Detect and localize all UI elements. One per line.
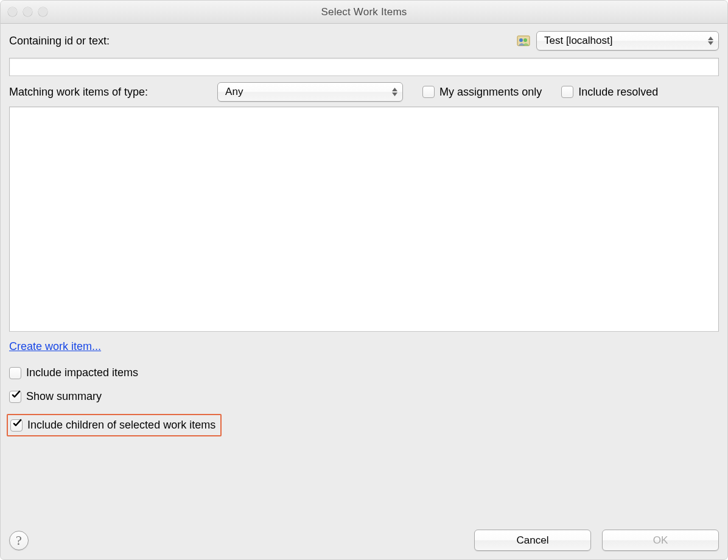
- include-impacted-checkbox[interactable]: [9, 367, 21, 379]
- ok-button[interactable]: OK: [602, 530, 719, 551]
- include-impacted-row: Include impacted items: [9, 366, 719, 379]
- my-assignments-checkbox-row: My assignments only: [422, 86, 542, 99]
- options-group: Include impacted items Show summary Incl…: [9, 366, 719, 436]
- titlebar: Select Work Items: [1, 1, 727, 24]
- filter-row: Matching work items of type: Any My assi…: [9, 82, 719, 102]
- show-summary-row: Show summary: [9, 390, 719, 403]
- top-row: Containing id or text: Test [localhost]: [9, 31, 719, 51]
- include-resolved-label: Include resolved: [578, 86, 658, 99]
- dialog-window: Select Work Items Containing id or text:…: [0, 0, 728, 560]
- include-resolved-checkbox[interactable]: [561, 86, 573, 98]
- create-work-item-link[interactable]: Create work item...: [9, 340, 719, 353]
- results-listbox[interactable]: [9, 107, 719, 332]
- project-area-dropdown[interactable]: Test [localhost]: [536, 31, 719, 51]
- type-selected: Any: [225, 86, 243, 98]
- help-button[interactable]: ?: [9, 531, 29, 550]
- chevron-updown-icon: [392, 88, 397, 96]
- include-children-label: Include children of selected work items: [27, 419, 215, 432]
- help-icon: ?: [16, 533, 22, 548]
- search-input[interactable]: [10, 58, 718, 75]
- matching-type-label: Matching work items of type:: [9, 86, 148, 99]
- svg-point-1: [519, 38, 523, 42]
- cancel-button-label: Cancel: [517, 534, 549, 547]
- ok-button-label: OK: [653, 534, 668, 547]
- dialog-body: Containing id or text: Test [localhost]: [1, 24, 727, 559]
- include-resolved-checkbox-row: Include resolved: [561, 86, 658, 99]
- cancel-button[interactable]: Cancel: [474, 530, 591, 551]
- my-assignments-checkbox[interactable]: [422, 86, 435, 98]
- type-dropdown[interactable]: Any: [217, 82, 403, 102]
- project-area-icon: [517, 35, 530, 46]
- show-summary-checkbox[interactable]: [9, 391, 21, 403]
- highlighted-option: Include children of selected work items: [7, 414, 222, 436]
- containing-label: Containing id or text:: [9, 35, 110, 47]
- window-title: Select Work Items: [1, 6, 727, 18]
- include-children-checkbox[interactable]: [10, 419, 23, 432]
- show-summary-label: Show summary: [26, 390, 102, 403]
- my-assignments-label: My assignments only: [439, 86, 542, 99]
- project-area-selected: Test [localhost]: [544, 35, 612, 47]
- svg-point-2: [523, 38, 527, 42]
- include-impacted-label: Include impacted items: [26, 366, 138, 379]
- footer-row: ? Cancel OK: [9, 523, 719, 551]
- dialog-buttons: Cancel OK: [474, 530, 719, 551]
- chevron-updown-icon: [708, 37, 713, 45]
- include-children-row: Include children of selected work items: [10, 419, 215, 432]
- search-input-container: [9, 58, 719, 76]
